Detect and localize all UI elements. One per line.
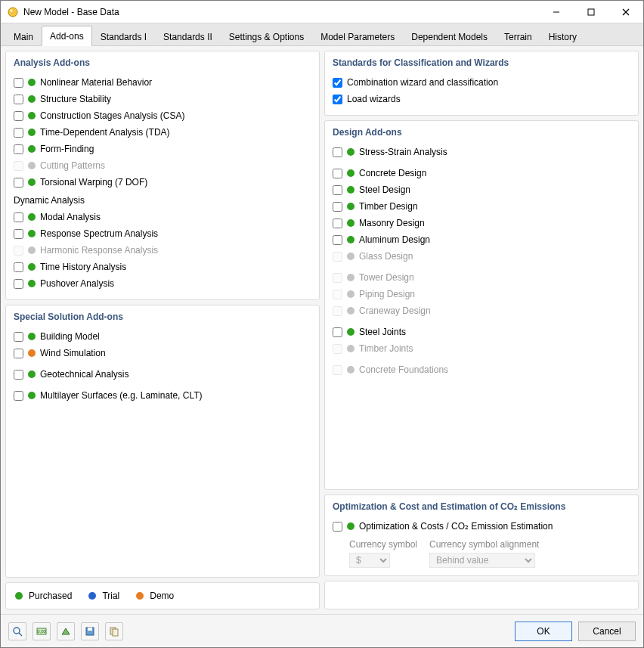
check-time-history-analysis[interactable]: Time History Analysis [14, 259, 311, 275]
status-dot-icon [28, 112, 36, 119]
check-label: Combination wizard and classification [347, 77, 498, 88]
status-dot-icon [347, 328, 355, 336]
close-button[interactable] [608, 1, 643, 23]
svg-rect-3 [588, 9, 594, 15]
panel-analysis-addons: Analysis Add-ons Nonlinear Material Beha… [5, 51, 320, 300]
check-response-spectrum-analysis[interactable]: Response Spectrum Analysis [14, 225, 311, 242]
checkbox[interactable] [14, 279, 23, 289]
tab-standards-i[interactable]: Standards I [92, 26, 155, 46]
currency-symbol-select[interactable]: $ [349, 553, 390, 568]
checkbox [14, 246, 23, 256]
check-label: Masonry Design [359, 218, 425, 228]
check-load-wizards[interactable]: Load wizards [333, 91, 630, 107]
checkbox[interactable] [333, 327, 342, 337]
status-dot-icon [347, 345, 355, 352]
tool-copy-icon[interactable] [105, 622, 123, 640]
checkbox[interactable] [333, 202, 342, 212]
checkbox[interactable] [333, 235, 342, 245]
tool-export-icon[interactable] [57, 622, 75, 640]
currency-alignment-select[interactable]: Behind value [429, 553, 535, 568]
checkbox [333, 344, 342, 354]
checkbox[interactable] [14, 78, 23, 88]
svg-rect-13 [113, 629, 118, 636]
subheading-dynamic-analysis: Dynamic Analysis [14, 195, 311, 206]
checkbox[interactable] [333, 78, 342, 88]
checkbox[interactable] [333, 169, 342, 178]
tab-settings-options[interactable]: Settings & Options [221, 26, 312, 46]
tabstrip: MainAdd-onsStandards IStandards IISettin… [1, 23, 643, 46]
check-timber-joints: Timber Joints [333, 340, 630, 357]
button-label: OK [537, 626, 550, 637]
status-dot-icon [28, 162, 36, 169]
check-concrete-foundations: Concrete Foundations [333, 361, 630, 378]
check-masonry-design[interactable]: Masonry Design [333, 215, 630, 231]
checkbox[interactable] [333, 185, 342, 195]
checkbox[interactable] [14, 111, 23, 121]
check-label: Pushover Analysis [40, 278, 114, 289]
tool-units-icon[interactable]: 0,00 [33, 622, 51, 640]
check-torsional-warping-7-dof[interactable]: Torsional Warping (7 DOF) [14, 174, 311, 191]
status-dot-icon [28, 178, 36, 186]
checkbox[interactable] [333, 95, 342, 104]
check-time-dependent-analysis-tda[interactable]: Time-Dependent Analysis (TDA) [14, 124, 311, 141]
checkbox[interactable] [14, 95, 23, 104]
tab-standards-ii[interactable]: Standards II [155, 26, 221, 46]
minimize-button[interactable] [539, 1, 574, 23]
check-label: Form-Finding [40, 144, 94, 154]
checkbox[interactable] [14, 128, 23, 138]
check-modal-analysis[interactable]: Modal Analysis [14, 209, 311, 225]
cancel-button[interactable]: Cancel [578, 622, 636, 641]
checkbox[interactable] [14, 370, 23, 380]
checkbox[interactable] [333, 219, 342, 228]
checkbox[interactable] [14, 178, 23, 188]
check-building-model[interactable]: Building Model [14, 328, 311, 345]
checkbox[interactable] [14, 229, 23, 239]
checkbox [333, 306, 342, 316]
maximize-button[interactable] [574, 1, 608, 23]
tab-model-parameters[interactable]: Model Parameters [312, 26, 403, 46]
check-multilayer-surfaces-e-g-laminate-clt[interactable]: Multilayer Surfaces (e.g. Laminate, CLT) [14, 387, 311, 404]
check-label: Time History Analysis [40, 262, 126, 272]
check-steel-joints[interactable]: Steel Joints [333, 324, 630, 340]
checkbox[interactable] [14, 262, 23, 272]
check-form-finding[interactable]: Form-Finding [14, 141, 311, 157]
content-area: Analysis Add-ons Nonlinear Material Beha… [1, 46, 643, 614]
checkbox[interactable] [14, 212, 23, 222]
tab-terrain[interactable]: Terrain [496, 26, 540, 46]
tool-inspect-icon[interactable] [8, 622, 26, 640]
checkbox[interactable] [333, 147, 342, 157]
checkbox [333, 252, 342, 262]
check-optimization-costs[interactable]: Optimization & Costs / CO₂ Emission Esti… [333, 518, 630, 535]
tool-save-icon[interactable] [81, 622, 99, 640]
check-label: Time-Dependent Analysis (TDA) [40, 127, 170, 138]
panel-design-addons: Design Add-ons Stress-Strain AnalysisCon… [324, 120, 639, 490]
check-construction-stages-analysis-csa[interactable]: Construction Stages Analysis (CSA) [14, 107, 311, 124]
check-wind-simulation[interactable]: Wind Simulation [14, 345, 311, 361]
checkbox[interactable] [14, 144, 23, 154]
check-stress-strain-analysis[interactable]: Stress-Strain Analysis [333, 144, 630, 160]
check-geotechnical-analysis[interactable]: Geotechnical Analysis [14, 366, 311, 383]
tab-dependent-models[interactable]: Dependent Models [403, 26, 496, 46]
status-dot-icon [347, 236, 355, 243]
check-nonlinear-material-behavior[interactable]: Nonlinear Material Behavior [14, 74, 311, 91]
check-pushover-analysis[interactable]: Pushover Analysis [14, 275, 311, 292]
ok-button[interactable]: OK [515, 622, 572, 641]
svg-point-6 [14, 628, 20, 634]
check-timber-design[interactable]: Timber Design [333, 198, 630, 215]
check-concrete-design[interactable]: Concrete Design [333, 165, 630, 181]
check-steel-design[interactable]: Steel Design [333, 181, 630, 198]
tab-history[interactable]: History [540, 26, 585, 46]
checkbox[interactable] [14, 391, 23, 401]
tab-main[interactable]: Main [5, 26, 42, 46]
check-aluminum-design[interactable]: Aluminum Design [333, 231, 630, 248]
check-structure-stability[interactable]: Structure Stability [14, 91, 311, 107]
panel-optimization: Optimization & Cost and Estimation of CO… [324, 495, 639, 576]
check-label: Wind Simulation [40, 348, 106, 358]
tab-add-ons[interactable]: Add-ons [42, 26, 92, 46]
checkbox[interactable] [14, 332, 23, 342]
check-label: Torsional Warping (7 DOF) [40, 177, 147, 188]
checkbox[interactable] [14, 349, 23, 358]
check-combination-wizard-and-classification[interactable]: Combination wizard and classification [333, 74, 630, 91]
checkbox[interactable] [333, 522, 342, 532]
window-title: New Model - Base Data [23, 7, 119, 17]
